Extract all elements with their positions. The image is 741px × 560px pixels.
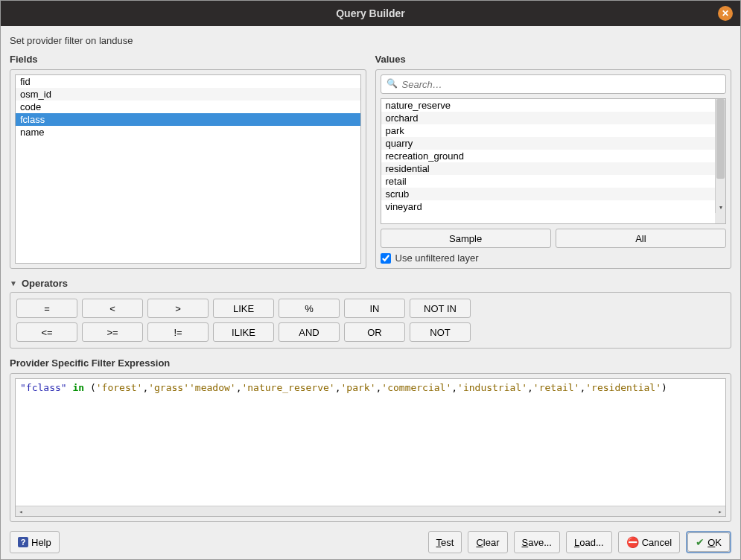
- operator-button[interactable]: !=: [147, 322, 209, 342]
- operator-button[interactable]: >: [147, 299, 209, 318]
- scrollbar-arrow-left-icon[interactable]: ◂: [16, 506, 26, 517]
- values-button-row: Sample All: [381, 229, 727, 248]
- operators-header[interactable]: ▼ Operators: [10, 278, 731, 289]
- search-input[interactable]: [381, 74, 727, 94]
- expression-panel: "fclass" in ('forest','grass''meadow','n…: [10, 373, 731, 522]
- operator-button[interactable]: IN: [344, 299, 405, 318]
- cancel-button-label: Cancel: [642, 537, 672, 548]
- value-item[interactable]: retail: [381, 175, 716, 188]
- expression-label: Provider Specific Filter Expression: [10, 357, 731, 369]
- value-item[interactable]: recreation_ground: [381, 150, 716, 162]
- test-button[interactable]: Test: [428, 531, 462, 553]
- columns: Fields fidosm_idcodefclassname Values 🔍 …: [10, 54, 731, 269]
- scrollbar-arrow-right-icon[interactable]: ▸: [715, 506, 725, 517]
- collapse-triangle-icon: ▼: [10, 279, 17, 287]
- load-button[interactable]: Load...: [566, 531, 612, 553]
- footer-spacer: [66, 531, 422, 553]
- field-item[interactable]: osm_id: [16, 88, 360, 101]
- save-button[interactable]: Save...: [514, 531, 560, 553]
- horizontal-scrollbar[interactable]: ◂ ▸: [16, 506, 725, 516]
- scrollbar-corner: [715, 213, 725, 223]
- expression-content[interactable]: "fclass" in ('forest','grass''meadow','n…: [16, 379, 725, 506]
- all-button[interactable]: All: [556, 229, 726, 248]
- operator-button[interactable]: <=: [16, 322, 77, 342]
- use-unfiltered-label: Use unfiltered layer: [395, 252, 479, 264]
- operator-button[interactable]: AND: [279, 322, 340, 342]
- dialog-body: Set provider filter on landuse Fields fi…: [1, 26, 740, 560]
- field-item[interactable]: fid: [16, 75, 360, 88]
- values-panel: 🔍 nature_reserveorchardparkquarryrecreat…: [375, 69, 732, 269]
- fields-column: Fields fidosm_idcodefclassname: [10, 54, 366, 269]
- operators-label: Operators: [22, 278, 68, 289]
- value-item[interactable]: nature_reserve: [381, 99, 716, 112]
- operators-row-1: =<>LIKE%INNOT IN: [16, 299, 725, 318]
- operator-button[interactable]: >=: [82, 322, 143, 342]
- operator-button[interactable]: LIKE: [213, 299, 274, 318]
- operators-panel: =<>LIKE%INNOT IN <=>=!=ILIKEANDORNOT: [10, 292, 731, 349]
- cancel-button[interactable]: ⛔ Cancel: [618, 531, 680, 553]
- ok-button-wrap: ✔ OK: [686, 531, 731, 553]
- operator-button[interactable]: =: [16, 299, 77, 318]
- value-item[interactable]: residential: [381, 162, 716, 175]
- operator-button[interactable]: %: [279, 299, 340, 318]
- field-item[interactable]: name: [16, 126, 360, 139]
- ok-button[interactable]: ✔ OK: [687, 532, 730, 552]
- titlebar: Query Builder ✕: [1, 1, 740, 26]
- ok-button-label: OK: [707, 537, 722, 548]
- vertical-scrollbar[interactable]: ▾: [715, 99, 725, 213]
- window-title: Query Builder: [336, 7, 405, 19]
- operator-button[interactable]: OR: [344, 322, 405, 342]
- help-button-label: Help: [31, 537, 51, 548]
- values-listbox[interactable]: nature_reserveorchardparkquarryrecreatio…: [381, 99, 716, 213]
- search-box: 🔍: [381, 74, 727, 94]
- values-column: Values 🔍 nature_reserveorchardparkquarry…: [375, 54, 732, 269]
- scrollbar-arrow-down-icon[interactable]: ▾: [716, 203, 725, 213]
- use-unfiltered-row[interactable]: Use unfiltered layer: [381, 252, 727, 264]
- field-item[interactable]: code: [16, 101, 360, 113]
- operators-row-2: <=>=!=ILIKEANDORNOT: [16, 322, 725, 342]
- value-item[interactable]: quarry: [381, 137, 716, 150]
- values-label: Values: [375, 54, 732, 65]
- close-icon[interactable]: ✕: [718, 6, 733, 21]
- ok-icon: ✔: [696, 536, 705, 548]
- help-icon: ?: [18, 537, 28, 547]
- operator-button[interactable]: <: [82, 299, 143, 318]
- test-button-label: Test: [436, 537, 454, 548]
- footer-row: ? Help Test Clear Save... Load... ⛔ Canc…: [10, 531, 731, 553]
- cancel-icon: ⛔: [626, 536, 639, 548]
- search-icon: 🔍: [387, 78, 398, 89]
- use-unfiltered-checkbox[interactable]: [381, 253, 391, 264]
- expression-box[interactable]: "fclass" in ('forest','grass''meadow','n…: [15, 378, 726, 517]
- fields-listbox[interactable]: fidosm_idcodefclassname: [15, 74, 361, 264]
- value-item[interactable]: orchard: [381, 112, 716, 124]
- subtitle: Set provider filter on landuse: [10, 35, 731, 46]
- load-button-label: Load...: [574, 537, 604, 548]
- operator-button[interactable]: ILIKE: [213, 322, 274, 342]
- sample-button[interactable]: Sample: [381, 229, 551, 248]
- fields-panel: fidosm_idcodefclassname: [10, 69, 366, 269]
- operator-button[interactable]: NOT: [410, 322, 471, 342]
- help-button[interactable]: ? Help: [10, 531, 60, 553]
- value-item[interactable]: vineyard: [381, 200, 716, 213]
- value-item[interactable]: park: [381, 124, 716, 137]
- clear-button[interactable]: Clear: [468, 531, 507, 553]
- value-item[interactable]: scrub: [381, 188, 716, 200]
- save-button-label: Save...: [522, 537, 552, 548]
- values-list-wrap: nature_reserveorchardparkquarryrecreatio…: [381, 98, 727, 224]
- fields-label: Fields: [10, 54, 366, 65]
- clear-button-label: Clear: [476, 537, 499, 548]
- field-item[interactable]: fclass: [16, 113, 360, 126]
- scrollbar-thumb[interactable]: [716, 99, 725, 179]
- operator-button[interactable]: NOT IN: [410, 299, 471, 318]
